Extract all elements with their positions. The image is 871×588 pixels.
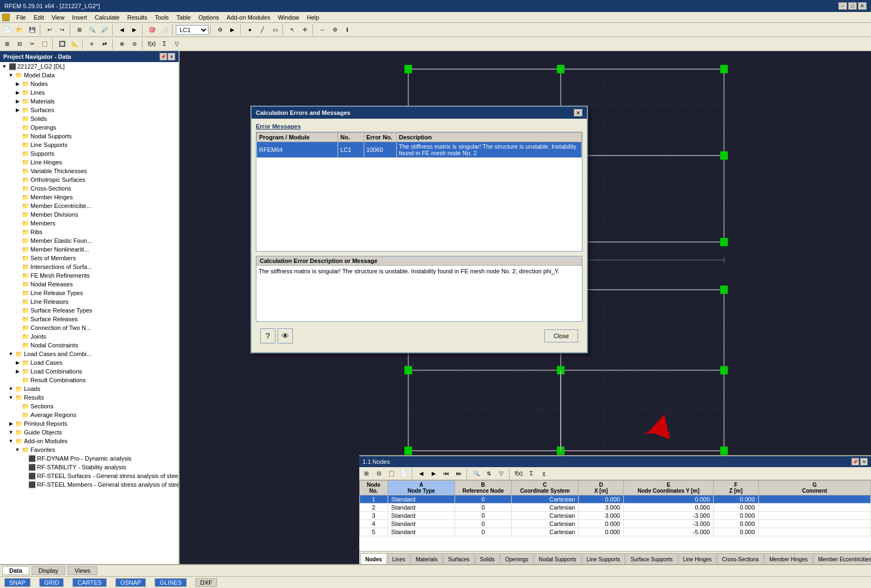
zoom-fit-btn[interactable]: ⊞ — [73, 24, 85, 36]
expand-conn-two[interactable] — [14, 324, 21, 331]
line-btn[interactable]: ╱ — [256, 24, 268, 36]
expand-member-hinges[interactable] — [14, 194, 21, 200]
tree-rf-dynam[interactable]: ⬛ RF-DYNAM Pro - Dynamic analysis — [0, 454, 179, 463]
expand-guide-objects[interactable]: ▼ — [8, 429, 14, 436]
tree-nodal-releases[interactable]: 📁 Nodal Releases — [0, 280, 179, 289]
bottom-tab-member-eccentricities[interactable]: Member Eccentricities — [813, 553, 871, 564]
tbl-paste[interactable]: 📄 — [398, 468, 410, 480]
tree-fe-mesh[interactable]: 📁 FE Mesh Refinements — [0, 271, 179, 280]
expand-intersections[interactable] — [14, 264, 21, 270]
menu-options[interactable]: Options — [195, 14, 222, 21]
tree-nodal-constraints[interactable]: 📁 Nodal Constraints — [0, 341, 179, 350]
tree-sets-members[interactable]: 📁 Sets of Members — [0, 254, 179, 262]
tree-surface-releases[interactable]: 📁 Surface Releases — [0, 315, 179, 323]
tree-load-cases[interactable]: ▼ 📁 Load Cases and Combi... — [0, 350, 179, 358]
expand-root[interactable]: ▼ — [1, 63, 8, 70]
close-btn[interactable]: ✕ — [858, 2, 867, 10]
pin-btn[interactable]: 📌 — [160, 53, 167, 60]
bottom-tab-cross-sections[interactable]: Cross-Sections — [717, 553, 764, 564]
expand-nodal-releases[interactable] — [14, 281, 21, 287]
expand-surf-supports[interactable] — [14, 150, 21, 157]
expand-sets-members[interactable] — [14, 255, 21, 261]
expand-addon[interactable]: ▼ — [8, 438, 14, 444]
tbl-formula[interactable]: f(x) — [513, 468, 525, 480]
bottom-tab-materials[interactable]: Materials — [410, 553, 443, 564]
expand-load-cases-sub[interactable]: ▶ — [14, 359, 21, 366]
menu-window[interactable]: Window — [274, 14, 302, 21]
load-case-combo[interactable]: LC1 — [176, 25, 208, 35]
tree-surfaces[interactable]: ▶ 📁 Surfaces — [0, 106, 179, 114]
redo-btn[interactable]: ↪ — [56, 24, 68, 36]
table-row[interactable]: 5 Standard 0 Cartesian 0.000 -5.000 0.00… — [360, 528, 871, 536]
footer-tab-views[interactable]: Views — [68, 566, 97, 575]
t2-btn5[interactable]: 🔲 — [56, 38, 68, 50]
tree-rf-stability[interactable]: ⬛ RF-STABILITY - Stability analysis — [0, 463, 179, 471]
bottom-tab-surfaces[interactable]: Surfaces — [443, 553, 474, 564]
tbl-sum[interactable]: Σ — [525, 468, 537, 480]
tree-rf-steel-surf[interactable]: ⬛ RF-STEEL Surfaces - General stress ana… — [0, 471, 179, 480]
tree-member-divisions[interactable]: 📁 Member Divisions — [0, 210, 179, 219]
expand-mem-eccentric[interactable] — [14, 203, 21, 209]
expand-load-cases[interactable]: ▼ — [8, 351, 14, 357]
node-btn[interactable]: ● — [244, 24, 256, 36]
menu-file[interactable]: File — [13, 14, 29, 21]
expand-lines[interactable]: ▶ — [14, 89, 21, 96]
expand-results[interactable]: ▼ — [8, 394, 14, 401]
tbl-sort[interactable]: ⇅ — [483, 468, 495, 480]
tree-connection-two[interactable]: 📁 Connection of Two N... — [0, 323, 179, 332]
tbl-prev[interactable]: ◀ — [415, 468, 427, 480]
tree-member-elastic[interactable]: 📁 Member Elastic Foun... — [0, 236, 179, 245]
expand-openings[interactable] — [14, 124, 21, 131]
run-btn[interactable]: ▶ — [226, 24, 238, 36]
tree-lines[interactable]: ▶ 📁 Lines — [0, 88, 179, 97]
expand-surf-releases[interactable] — [14, 316, 21, 322]
maximize-btn[interactable]: □ — [848, 2, 857, 10]
tree-average-regions[interactable]: 📁 Average Regions — [0, 411, 179, 419]
expand-nodal-supports[interactable] — [14, 133, 21, 139]
settings-btn[interactable]: ⚙ — [329, 24, 341, 36]
tree-printout[interactable]: ▶ 📁 Printout Reports — [0, 419, 179, 428]
t2-btn4[interactable]: 📋 — [39, 38, 51, 50]
close-dialog-btn[interactable]: Close — [544, 329, 578, 342]
expand-line-releases[interactable] — [14, 298, 21, 305]
tree-root[interactable]: ▼ ⬛ 221227_LG2 [DL] — [0, 62, 179, 71]
tree-loads[interactable]: ▼ 📁 Loads — [0, 384, 179, 393]
tbl-last[interactable]: ⏭ — [453, 468, 465, 480]
tree-member-nonlinear[interactable]: 📁 Member Nonlineariti... — [0, 245, 179, 254]
table-close-btn[interactable]: ✕ — [860, 458, 868, 465]
expand-surf-rel-types[interactable] — [14, 307, 21, 314]
t2-btn8[interactable]: ⇄ — [99, 38, 111, 50]
bottom-tab-member-hinges[interactable]: Member Hinges — [764, 553, 813, 564]
bottom-tab-lines[interactable]: Lines — [388, 553, 410, 564]
table-row[interactable]: 4 Standard 0 Cartesian 0.000 -3.000 0.00… — [360, 520, 871, 528]
tree-nodal-supports[interactable]: 📁 Nodal Supports — [0, 132, 179, 140]
tree-results[interactable]: ▼ 📁 Results — [0, 393, 179, 402]
menu-table[interactable]: Table — [173, 14, 194, 21]
t2-btn6[interactable]: 📐 — [69, 38, 81, 50]
minimize-btn[interactable]: − — [838, 2, 847, 10]
expand-materials[interactable]: ▶ — [14, 98, 21, 105]
bottom-tab-line-hinges[interactable]: Line Hinges — [678, 553, 717, 564]
tbl-stat[interactable]: χ — [538, 468, 550, 480]
error-table-row[interactable]: RFEM64 LC1 10060 The stiffness matrix is… — [257, 142, 582, 158]
expand-surfaces[interactable]: ▶ — [14, 107, 21, 113]
t2-filter-btn[interactable]: ▽ — [171, 38, 183, 50]
bottom-tab-solids[interactable]: Solids — [475, 553, 500, 564]
tree-materials[interactable]: ▶ 📁 Materials — [0, 97, 179, 106]
footer-tab-data[interactable]: Data — [2, 566, 29, 575]
expand-load-comb[interactable]: ▶ — [14, 368, 21, 375]
menu-edit[interactable]: Edit — [30, 14, 47, 21]
tree-line-supports[interactable]: 📁 Line Supports — [0, 140, 179, 149]
status-osnap[interactable]: OSNAP — [115, 578, 146, 587]
bottom-tab-openings[interactable]: Openings — [500, 553, 533, 564]
t2-btn3[interactable]: ✂ — [26, 38, 38, 50]
dimension-btn[interactable]: ↔ — [316, 24, 328, 36]
expand-rf-steel-surf[interactable] — [21, 473, 27, 479]
tree-line-release-types[interactable]: 📁 Line Release Types — [0, 289, 179, 297]
expand-line-hinges[interactable] — [14, 159, 21, 166]
tree-load-comb[interactable]: ▶ 📁 Load Combinations — [0, 367, 179, 376]
open-btn[interactable]: 📂 — [14, 24, 26, 36]
tree-load-cases-sub[interactable]: ▶ 📁 Load Cases — [0, 358, 179, 367]
next-btn[interactable]: ▶ — [128, 24, 140, 36]
t2-sum-btn[interactable]: Σ — [158, 38, 170, 50]
